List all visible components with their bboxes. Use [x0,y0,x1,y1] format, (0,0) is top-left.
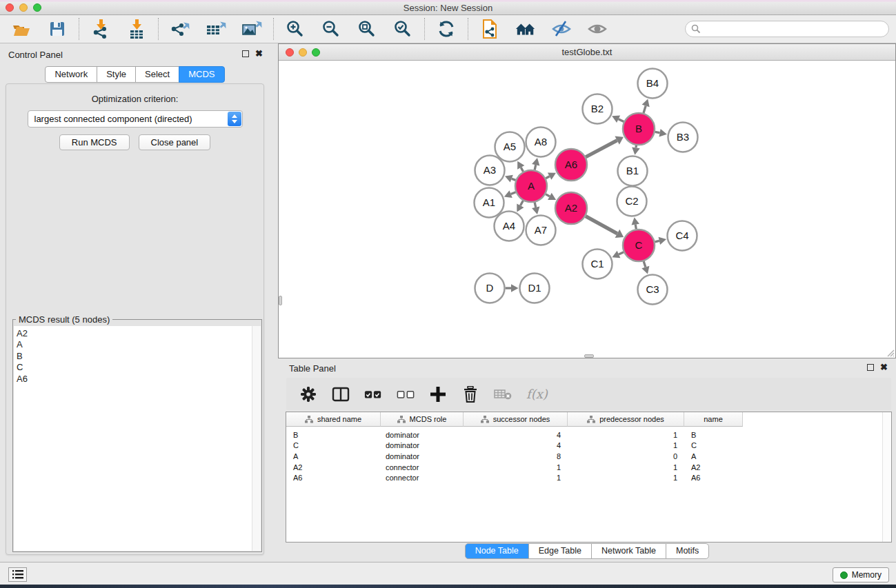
table-row[interactable]: A6connector11A6 [286,472,891,483]
graph-edge-B-B4[interactable] [644,106,646,113]
graph-node-A7[interactable]: A7 [526,216,556,245]
canvas-left-grip[interactable] [279,296,282,305]
graph-node-C2[interactable]: C2 [617,187,647,216]
graph-node-A1[interactable]: A1 [475,188,504,218]
function-builder-icon[interactable]: f(x) [526,387,548,401]
graph-node-A[interactable]: A [515,170,547,202]
graph-node-B3[interactable]: B3 [668,123,698,152]
canvas-bottom-grip[interactable] [584,354,594,358]
graph-edge-B-B1[interactable] [636,145,637,148]
close-panel-icon[interactable]: ✖ [255,50,263,57]
graph-edge-A-A6[interactable] [546,176,550,179]
graph-edge-A2-C[interactable] [586,216,617,234]
graph-node-B[interactable]: B [623,113,655,145]
tab-motifs[interactable]: Motifs [666,543,709,559]
table-scrollbar[interactable] [882,412,891,542]
import-network-icon[interactable] [90,19,111,39]
mcds-result-list[interactable]: A2ABCA6 [14,326,261,551]
graph-node-A6[interactable]: A6 [555,149,587,181]
save-session-icon[interactable] [47,19,68,39]
tab-node-table[interactable]: Node Table [465,543,529,559]
search-input[interactable] [701,24,883,34]
delete-table-icon[interactable] [494,385,512,403]
open-session-icon[interactable] [11,19,32,39]
graph-edge-A-A8[interactable] [535,165,536,170]
export-table-icon[interactable] [206,19,226,39]
zoom-in-icon[interactable] [285,19,306,39]
column-header-MCDS-role[interactable]: MCDS role [381,412,464,427]
tab-mcds[interactable]: MCDS [179,66,224,83]
show-graphics-details-icon[interactable] [587,19,608,39]
memory-button[interactable]: Memory [833,567,889,582]
export-image-icon[interactable] [241,19,262,39]
float-panel-icon[interactable] [242,50,249,57]
zoom-out-icon[interactable] [321,19,341,39]
table-row[interactable]: Cdominator41C [286,440,891,452]
task-history-button[interactable] [8,567,27,582]
tab-style[interactable]: Style [97,66,136,83]
table-row[interactable]: Bdominator41B [286,429,891,440]
new-network-from-file-icon[interactable] [479,19,500,39]
graph-edge-C-C4[interactable] [655,241,659,241]
graph-node-B2[interactable]: B2 [583,94,613,124]
graph-node-C1[interactable]: C1 [583,250,613,279]
deselect-all-icon[interactable] [397,385,415,403]
column-header-successor-nodes[interactable]: successor nodes [464,412,568,427]
graph-edge-C-C3[interactable] [644,261,646,267]
export-network-icon[interactable] [170,19,190,39]
network-graph[interactable]: AA1A2A3A4A5A6A7A8BB1B2B3B4CC1C2C3C4DD1 [279,61,895,358]
result-item[interactable]: A [17,339,261,350]
run-mcds-button[interactable]: Run MCDS [59,134,130,150]
gear-icon[interactable] [299,385,317,403]
table-close-panel-icon[interactable]: ✖ [880,364,888,371]
network-window-titlebar[interactable]: testGlobe.txt [279,44,895,61]
network-canvas[interactable]: AA1A2A3A4A5A6A7A8BB1B2B3B4CC1C2C3C4DD1 [279,61,895,358]
result-item[interactable]: A2 [17,328,261,339]
graph-node-A3[interactable]: A3 [475,156,505,185]
graph-edge-B-B3[interactable] [655,132,660,132]
refresh-icon[interactable] [436,19,457,39]
tab-network[interactable]: Network [45,66,97,83]
column-header-predecessor-nodes[interactable]: predecessor nodes [568,412,684,427]
graph-edge-A-A7[interactable] [535,202,536,207]
graph-edge-B-B2[interactable] [619,119,624,122]
delete-row-icon[interactable] [461,385,479,403]
graph-edge-A-A1[interactable] [511,192,516,194]
search-box[interactable] [685,21,889,37]
result-scrollbar[interactable] [252,326,261,551]
graph-node-D1[interactable]: D1 [520,274,550,303]
zoom-fit-icon[interactable] [357,19,377,39]
table-row[interactable]: Adominator80A [286,451,891,462]
home-icon[interactable] [515,19,536,39]
graph-node-A5[interactable]: A5 [495,132,525,162]
graph-edge-A6-B[interactable] [586,141,617,157]
graph-node-B4[interactable]: B4 [638,69,668,99]
graph-edge-C-C1[interactable] [619,252,624,254]
graph-node-D[interactable]: D [475,274,505,303]
graph-node-A4[interactable]: A4 [495,212,524,241]
resize-grip-icon[interactable] [885,347,895,357]
table-row[interactable]: A2connector11A2 [286,462,891,473]
result-item[interactable]: B [17,351,261,362]
add-row-icon[interactable] [429,385,447,403]
import-table-icon[interactable] [126,19,147,39]
hide-graphics-details-icon[interactable] [551,19,572,39]
graph-node-B1[interactable]: B1 [618,156,648,186]
graph-node-C[interactable]: C [623,230,655,261]
column-header-shared-name[interactable]: shared name [286,412,381,427]
select-all-icon[interactable] [364,385,382,403]
graph-node-C4[interactable]: C4 [668,221,697,251]
optimization-criterion-select[interactable]: largest connected component (directed) [28,110,243,128]
table-float-panel-icon[interactable] [867,364,874,371]
graph-edge-C-C2[interactable] [635,225,636,230]
graph-edge-A-A2[interactable] [546,194,550,196]
tab-edge-table[interactable]: Edge Table [528,543,592,559]
graph-node-A8[interactable]: A8 [526,128,556,157]
table-header[interactable]: shared nameMCDS rolesuccessor nodesprede… [286,412,891,427]
result-item[interactable]: C [17,362,261,373]
graph-edge-A-A4[interactable] [520,201,523,205]
columns-icon[interactable] [332,385,350,403]
graph-node-C3[interactable]: C3 [638,275,668,305]
zoom-selected-icon[interactable] [392,19,413,39]
graph-edge-A-A5[interactable] [521,168,523,172]
